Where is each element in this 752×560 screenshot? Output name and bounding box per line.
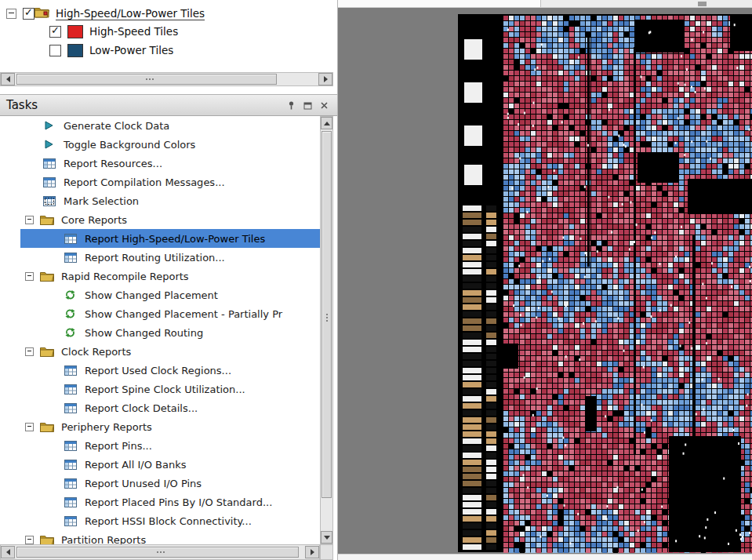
table-icon [64, 459, 78, 471]
table-icon [64, 478, 78, 489]
toolbar-fragment-icon [698, 2, 707, 6]
task-item-report-hssi-block-connectivity[interactable]: Report HSSI Block Connectivity... [20, 511, 320, 530]
task-item-partition-reports[interactable]: Partition Reports [20, 530, 320, 544]
scrollbar-thumb[interactable] [16, 74, 277, 85]
task-item-toggle-background-colors[interactable]: Toggle Background Colors [20, 135, 320, 154]
folder-icon [40, 271, 54, 282]
chip-planner-window: High-Speed/Low-Power Tiles High-Speed Ti… [0, 0, 752, 560]
table-icon [64, 402, 78, 414]
chip-view-panel [337, 0, 752, 560]
table-icon [64, 440, 78, 452]
task-item-report-all-i-o-banks[interactable]: Report All I/O Banks [20, 455, 320, 474]
tasks-panel-title: Tasks [6, 98, 38, 112]
folder-icon [40, 421, 54, 433]
scroll-left-button[interactable] [1, 73, 15, 85]
table-icon [64, 496, 78, 508]
scrollbar-thumb[interactable] [16, 547, 299, 558]
task-item-report-placed-pins-by-i-o-standard[interactable]: Report Placed Pins By I/O Standard... [20, 493, 320, 511]
task-item-report-used-clock-regions[interactable]: Report Used Clock Regions... [20, 361, 320, 380]
play-icon [43, 120, 56, 132]
task-item-report-compilation-messages[interactable]: Report Compilation Messages... [20, 173, 320, 191]
pin-icon[interactable] [285, 100, 296, 111]
expand-toggle-icon[interactable] [25, 423, 34, 431]
table-icon [43, 176, 56, 188]
refresh-icon [64, 327, 78, 339]
table-icon [64, 233, 78, 245]
expand-toggle-icon[interactable] [6, 9, 16, 19]
task-item-report-unused-i-o-pins[interactable]: Report Unused I/O Pins [20, 474, 320, 493]
tasks-tree: Generate Clock Data Toggle Background Co… [0, 116, 320, 544]
legend-root-checkbox[interactable] [23, 8, 35, 20]
scroll-right-button[interactable] [305, 546, 319, 558]
table-icon [43, 158, 56, 169]
legend-horizontal-scrollbar[interactable] [0, 72, 333, 86]
task-item-show-changed-routing[interactable]: Show Changed Routing [20, 323, 320, 342]
task-item-report-pins[interactable]: Report Pins... [20, 436, 320, 455]
high-speed-color-swatch [67, 25, 83, 38]
task-item-report-high-speed-low-power-tiles[interactable]: Report High-Speed/Low-Power Tiles [20, 229, 320, 248]
folder-icon [40, 534, 54, 545]
scroll-right-button[interactable] [318, 73, 332, 85]
expand-toggle-icon[interactable] [25, 216, 34, 224]
chip-floorplan-view[interactable] [338, 8, 752, 554]
task-item-report-routing-utilization[interactable]: Report Routing Utilization... [20, 248, 320, 267]
scroll-left-button[interactable] [1, 546, 15, 558]
task-item-rapid-recompile-reports[interactable]: Rapid Recompile Reports [20, 267, 320, 285]
left-panel: High-Speed/Low-Power Tiles High-Speed Ti… [0, 0, 337, 560]
task-item-report-spine-clock-utilization[interactable]: Report Spine Clock Utilization... [20, 380, 320, 398]
task-item-core-reports[interactable]: Core Reports [20, 210, 320, 229]
low-power-checkbox[interactable] [49, 45, 61, 56]
scrollbar-corner [320, 544, 333, 560]
task-item-generate-clock-data[interactable]: Generate Clock Data [20, 116, 320, 135]
legend-item-high-speed[interactable]: High-Speed Tiles [0, 22, 333, 41]
task-item-report-resources[interactable]: Report Resources... [20, 154, 320, 173]
table-icon [64, 384, 78, 395]
legend-item-low-power[interactable]: Low-Power Tiles [0, 41, 333, 60]
low-power-label: Low-Power Tiles [89, 44, 173, 56]
toolbar-fragment [540, 0, 752, 7]
expand-toggle-icon[interactable] [25, 347, 34, 356]
task-item-show-changed-placement-partially-pr[interactable]: Show Changed Placement - Partially Pr [20, 304, 320, 323]
expand-toggle-icon[interactable] [25, 536, 34, 544]
tasks-vertical-scrollbar[interactable] [320, 116, 333, 544]
close-icon[interactable] [318, 100, 329, 111]
folder-icon [40, 346, 54, 358]
window-bottom-strip [338, 554, 752, 560]
folder-icon [40, 214, 54, 226]
scroll-up-button[interactable] [321, 117, 332, 129]
scroll-down-button[interactable] [321, 531, 332, 544]
window-top-strip [338, 0, 752, 8]
expand-toggle-icon[interactable] [25, 272, 34, 281]
table-icon [64, 365, 78, 376]
task-item-mark-selection[interactable]: Mark Selection [20, 191, 320, 210]
legend-root-label: High-Speed/Low-Power Tiles [56, 7, 205, 20]
task-item-report-clock-details[interactable]: Report Clock Details... [20, 398, 320, 417]
table-icon [64, 515, 78, 527]
table-icon [64, 252, 78, 264]
refresh-icon [64, 289, 78, 301]
task-item-clock-reports[interactable]: Clock Reports [20, 342, 320, 361]
tasks-horizontal-scrollbar[interactable] [0, 544, 320, 560]
high-speed-checkbox[interactable] [49, 26, 61, 38]
refresh-icon [64, 308, 78, 320]
play-icon [43, 139, 56, 151]
high-speed-label: High-Speed Tiles [89, 25, 178, 38]
task-item-show-changed-placement[interactable]: Show Changed Placement [20, 285, 320, 304]
tasks-panel-header: Tasks [0, 94, 337, 116]
folder-icon [35, 6, 49, 20]
legend-root-row[interactable]: High-Speed/Low-Power Tiles [0, 5, 333, 22]
scrollbar-thumb[interactable] [322, 131, 332, 498]
mark-icon [43, 195, 56, 207]
low-power-color-swatch [67, 44, 83, 57]
task-item-periphery-reports[interactable]: Periphery Reports [20, 417, 320, 436]
float-icon[interactable] [302, 100, 313, 111]
